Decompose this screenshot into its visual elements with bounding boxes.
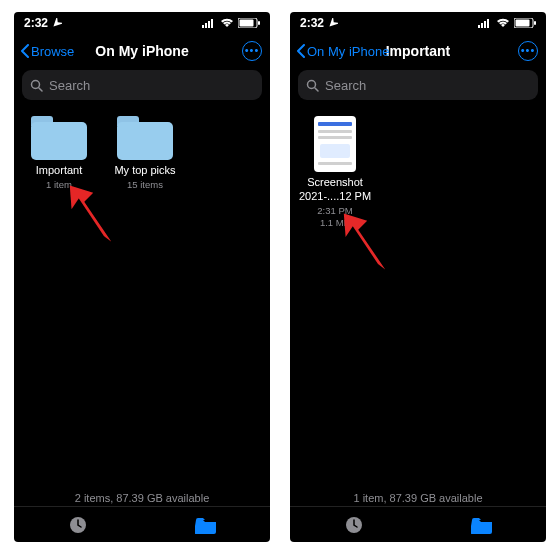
folder-icon bbox=[31, 116, 87, 160]
wifi-icon bbox=[496, 18, 510, 28]
search-icon bbox=[306, 79, 319, 92]
item-name-line1: Screenshot bbox=[296, 176, 374, 190]
svg-rect-13 bbox=[487, 19, 489, 28]
folder-tab-icon bbox=[471, 516, 493, 534]
ellipsis-icon: ••• bbox=[521, 45, 536, 56]
item-name: Important bbox=[20, 164, 98, 178]
svg-rect-1 bbox=[205, 23, 207, 28]
back-label: On My iPhone bbox=[307, 44, 389, 59]
svg-rect-12 bbox=[484, 21, 486, 28]
back-label: Browse bbox=[31, 44, 74, 59]
folder-item-my-top-picks[interactable]: My top picks 15 items bbox=[106, 116, 184, 190]
clock-icon bbox=[344, 515, 364, 535]
svg-point-7 bbox=[32, 80, 40, 88]
tab-browse[interactable] bbox=[471, 516, 493, 534]
location-icon bbox=[52, 18, 62, 28]
svg-rect-2 bbox=[208, 21, 210, 28]
footer-status: 2 items, 87.39 GB available bbox=[14, 488, 270, 506]
search-placeholder: Search bbox=[325, 78, 366, 93]
screenshot-right: 2:32 On My iPhone Important ••• Search bbox=[290, 12, 546, 542]
footer-status: 1 item, 87.39 GB available bbox=[290, 488, 546, 506]
screenshot-left: 2:32 Browse On My iPhone ••• Search bbox=[14, 12, 270, 542]
status-bar: 2:32 bbox=[14, 12, 270, 34]
tab-browse[interactable] bbox=[195, 516, 217, 534]
item-name: My top picks bbox=[106, 164, 184, 178]
file-item-screenshot[interactable]: Screenshot 2021-....12 PM 2:31 PM 1.1 MB bbox=[296, 116, 374, 228]
search-input[interactable]: Search bbox=[22, 70, 262, 100]
status-bar: 2:32 bbox=[290, 12, 546, 34]
svg-rect-5 bbox=[240, 20, 254, 27]
back-button[interactable]: On My iPhone bbox=[296, 44, 389, 59]
chevron-left-icon bbox=[296, 44, 305, 58]
item-meta: 1 item bbox=[20, 179, 98, 190]
wifi-icon bbox=[220, 18, 234, 28]
nav-bar: Browse On My iPhone ••• bbox=[14, 34, 270, 68]
svg-rect-10 bbox=[478, 25, 480, 28]
nav-bar: On My iPhone Important ••• bbox=[290, 34, 546, 68]
folder-icon bbox=[117, 116, 173, 160]
tab-bar bbox=[14, 506, 270, 542]
location-icon bbox=[328, 18, 338, 28]
battery-icon bbox=[238, 18, 260, 28]
svg-line-8 bbox=[39, 88, 42, 91]
signal-icon bbox=[202, 19, 216, 28]
ellipsis-icon: ••• bbox=[245, 45, 260, 56]
item-meta-size: 1.1 MB bbox=[296, 217, 374, 228]
document-icon bbox=[314, 116, 356, 172]
tab-recents[interactable] bbox=[344, 515, 364, 535]
status-time: 2:32 bbox=[300, 16, 324, 30]
battery-icon bbox=[514, 18, 536, 28]
search-icon bbox=[30, 79, 43, 92]
svg-rect-0 bbox=[202, 25, 204, 28]
signal-icon bbox=[478, 19, 492, 28]
svg-point-17 bbox=[308, 80, 316, 88]
back-button[interactable]: Browse bbox=[20, 44, 74, 59]
content-grid: Important 1 item My top picks 15 items bbox=[14, 108, 270, 488]
clock-icon bbox=[68, 515, 88, 535]
item-name-line2: 2021-....12 PM bbox=[296, 190, 374, 204]
status-time: 2:32 bbox=[24, 16, 48, 30]
chevron-left-icon bbox=[20, 44, 29, 58]
search-input[interactable]: Search bbox=[298, 70, 538, 100]
item-meta-time: 2:31 PM bbox=[296, 205, 374, 216]
item-meta: 15 items bbox=[106, 179, 184, 190]
svg-rect-16 bbox=[534, 21, 536, 25]
svg-rect-15 bbox=[516, 20, 530, 27]
svg-rect-11 bbox=[481, 23, 483, 28]
svg-rect-3 bbox=[211, 19, 213, 28]
folder-tab-icon bbox=[195, 516, 217, 534]
folder-item-important[interactable]: Important 1 item bbox=[20, 116, 98, 190]
svg-rect-6 bbox=[258, 21, 260, 25]
svg-line-18 bbox=[315, 88, 318, 91]
tab-bar bbox=[290, 506, 546, 542]
more-button[interactable]: ••• bbox=[518, 41, 538, 61]
content-grid: Screenshot 2021-....12 PM 2:31 PM 1.1 MB bbox=[290, 108, 546, 488]
search-placeholder: Search bbox=[49, 78, 90, 93]
more-button[interactable]: ••• bbox=[242, 41, 262, 61]
tab-recents[interactable] bbox=[68, 515, 88, 535]
